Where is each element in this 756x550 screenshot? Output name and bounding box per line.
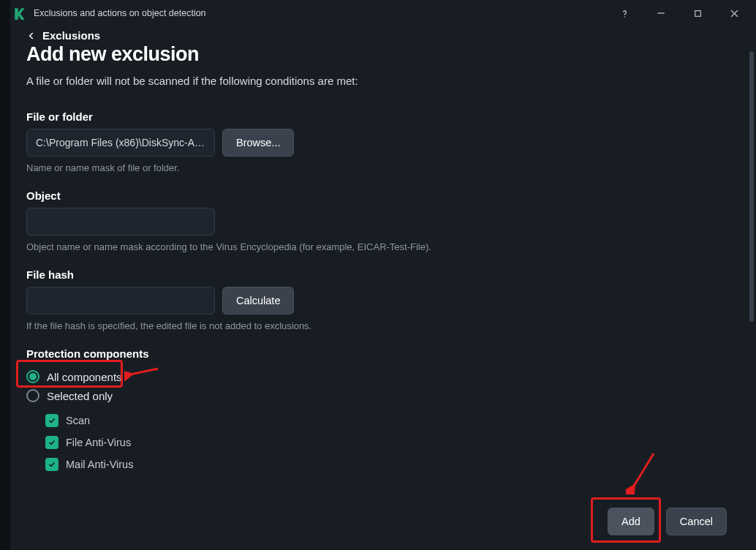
svg-point-0: [624, 16, 624, 17]
title-bar: Exclusions and actions on object detecti…: [0, 0, 756, 26]
hint-file-or-folder: Name or name mask of file or folder.: [26, 162, 743, 173]
checkbox-label: File Anti-Virus: [66, 437, 131, 448]
help-button[interactable]: [614, 3, 635, 23]
browse-button[interactable]: Browse...: [222, 129, 294, 157]
radio-icon: [26, 389, 39, 402]
field-object: Object Object name or name mask accordin…: [26, 189, 743, 252]
checkbox-file-antivirus[interactable]: File Anti-Virus: [45, 432, 743, 453]
maximize-button[interactable]: [687, 3, 708, 23]
radio-all-label: All components: [47, 371, 122, 383]
app-window: Exclusions and actions on object detecti…: [0, 0, 756, 550]
cancel-button[interactable]: Cancel: [666, 508, 727, 535]
label-object: Object: [26, 189, 743, 202]
svg-rect-2: [695, 10, 700, 16]
component-checklist: Scan File Anti-Virus Mail Anti-Virus: [45, 410, 743, 475]
minimize-button[interactable]: [651, 3, 671, 23]
checkbox-scan[interactable]: Scan: [45, 410, 743, 432]
radio-selected-only[interactable]: Selected only: [26, 386, 743, 405]
field-file-or-folder: File or folder Browse... Name or name ma…: [26, 110, 743, 173]
page-lead: A file or folder will not be scanned if …: [26, 75, 743, 87]
file-path-input[interactable]: [26, 129, 215, 157]
checkbox-label: Scan: [66, 415, 90, 426]
page-title: Add new exclusion: [26, 43, 743, 66]
chevron-left-icon: [26, 31, 37, 41]
app-logo-icon: [13, 7, 26, 20]
radio-all-components[interactable]: All components: [26, 367, 743, 386]
close-button[interactable]: [724, 3, 744, 23]
hint-file-hash: If the file hash is specified, the edite…: [26, 320, 743, 331]
label-file-hash: File hash: [26, 268, 743, 281]
check-icon: [45, 436, 58, 449]
check-icon: [45, 458, 58, 471]
radio-selected-label: Selected only: [47, 390, 113, 402]
object-input[interactable]: [26, 208, 215, 236]
window-controls: [614, 3, 749, 23]
footer-actions: Add Cancel: [608, 508, 727, 535]
file-hash-input[interactable]: [26, 287, 215, 314]
check-icon: [45, 414, 58, 427]
window-title: Exclusions and actions on object detecti…: [34, 8, 614, 18]
breadcrumb-label: Exclusions: [42, 29, 100, 42]
hint-object: Object name or name mask according to th…: [26, 241, 743, 252]
field-file-hash: File hash Calculate If the file hash is …: [26, 268, 743, 331]
scrollbar-thumb[interactable]: [749, 51, 754, 322]
checkbox-label: Mail Anti-Virus: [66, 459, 133, 470]
content-area: Exclusions Add new exclusion A file or f…: [26, 29, 756, 550]
field-protection: Protection components All components Sel…: [26, 347, 743, 475]
add-button[interactable]: Add: [608, 508, 654, 535]
side-band: [0, 0, 10, 550]
breadcrumb[interactable]: Exclusions: [26, 29, 743, 42]
calculate-button[interactable]: Calculate: [222, 287, 294, 314]
checkbox-mail-antivirus[interactable]: Mail Anti-Virus: [45, 453, 743, 475]
label-file-or-folder: File or folder: [26, 110, 743, 123]
radio-icon: [26, 370, 39, 383]
label-protection: Protection components: [26, 347, 743, 360]
